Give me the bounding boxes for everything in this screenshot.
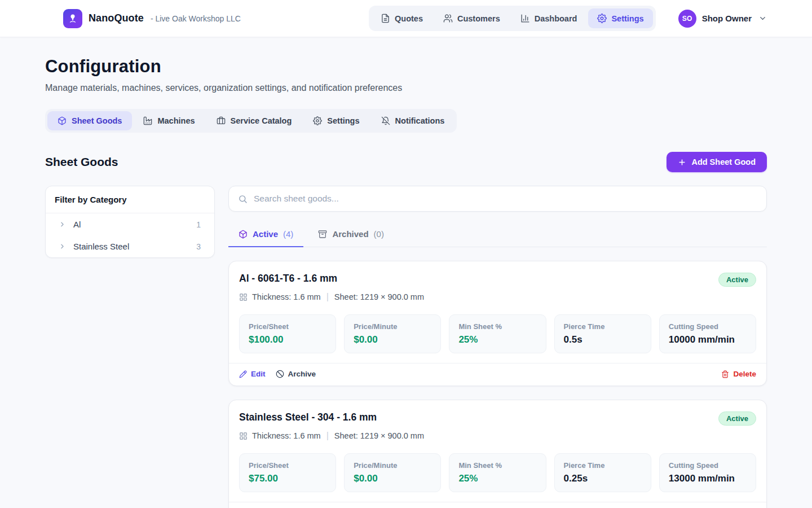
- sheet-size-value: Sheet: 1219 × 900.0 mm: [334, 431, 424, 440]
- briefcase-icon: [217, 116, 226, 125]
- tab-sheet-goods[interactable]: Sheet Goods: [47, 111, 132, 130]
- search-bar: [228, 186, 767, 212]
- filter-item-count: 3: [196, 242, 201, 251]
- tab-archived[interactable]: Archived (0): [308, 224, 394, 247]
- sheet-good-card: Stainless Steel - 304 - 1.6 mm Active Th…: [228, 400, 767, 508]
- package-icon: [58, 116, 67, 125]
- stat-cutting-speed: Cutting Speed 13000 mm/min: [659, 453, 756, 492]
- stats-row: Price/Sheet $100.00 Price/Minute $0.00 M…: [239, 314, 756, 353]
- tab-label: Notifications: [395, 116, 445, 125]
- factory-icon: [143, 116, 152, 125]
- status-badge: Active: [718, 273, 756, 287]
- archive-button[interactable]: Archive: [276, 370, 316, 378]
- filter-title: Filter by Category: [46, 186, 214, 213]
- sheet-good-meta: Thickness: 1.6 mm | Sheet: 1219 × 900.0 …: [239, 431, 756, 441]
- avatar: SO: [678, 10, 696, 28]
- filter-item-label: Stainless Steel: [73, 242, 196, 251]
- user-menu[interactable]: SO Shop Owner: [678, 10, 767, 28]
- card-actions: Edit Archive Delete: [229, 363, 766, 386]
- tab-label: Service Catalog: [231, 116, 292, 125]
- gear-icon: [597, 14, 607, 23]
- thickness-value: Thickness: 1.6 mm: [252, 431, 321, 440]
- section-title: Sheet Goods: [45, 155, 118, 169]
- configuration-page: Configuration Manage materials, machines…: [0, 37, 812, 508]
- tab-label: Machines: [157, 116, 195, 125]
- sheet-good-title: Stainless Steel - 304 - 1.6 mm: [239, 411, 377, 423]
- status-badge: Active: [718, 411, 756, 426]
- users-icon: [443, 14, 453, 23]
- divider: |: [325, 292, 330, 302]
- nav-label: Customers: [457, 14, 500, 23]
- stat-min-sheet: Min Sheet % 25%: [449, 314, 546, 353]
- stat-price-minute: Price/Minute $0.00: [344, 453, 441, 492]
- nav-item-customers[interactable]: Customers: [434, 8, 509, 28]
- grid-icon: [239, 293, 248, 301]
- plus-icon: [678, 158, 686, 167]
- edit-button[interactable]: Edit: [239, 370, 266, 378]
- tab-machines[interactable]: Machines: [133, 111, 205, 130]
- search-input[interactable]: [254, 194, 757, 204]
- pencil-icon: [239, 370, 247, 378]
- filter-panel: Filter by Category Al 1 Stainless Steel …: [45, 186, 215, 258]
- search-icon: [238, 194, 248, 204]
- filter-item-label: Al: [73, 220, 196, 229]
- sheet-good-meta: Thickness: 1.6 mm | Sheet: 1219 × 900.0 …: [239, 292, 756, 302]
- stat-price-minute: Price/Minute $0.00: [344, 314, 441, 353]
- nav-item-dashboard[interactable]: Dashboard: [511, 8, 586, 28]
- sheet-good-card: Al - 6061-T6 - 1.6 mm Active Thickness: …: [228, 261, 767, 386]
- archive-icon: [318, 230, 327, 239]
- gear-icon: [313, 116, 322, 125]
- config-tab-bar: Sheet Goods Machines Service Catalog Set…: [45, 109, 457, 133]
- user-name: Shop Owner: [702, 14, 752, 23]
- delete-button[interactable]: Delete: [721, 370, 756, 378]
- tab-notifications[interactable]: Notifications: [371, 111, 455, 130]
- top-bar: NanoQuote - Live Oak Workshop LLC Quotes…: [0, 0, 812, 37]
- nanoquote-logo-icon: [63, 9, 82, 28]
- add-sheet-good-button[interactable]: Add Sheet Good: [667, 152, 767, 172]
- tab-label: Settings: [327, 116, 359, 125]
- tab-count: (4): [283, 229, 293, 239]
- divider: |: [325, 431, 330, 441]
- thickness-value: Thickness: 1.6 mm: [252, 292, 321, 301]
- document-icon: [381, 14, 390, 23]
- tab-active[interactable]: Active (4): [228, 224, 303, 247]
- brand: NanoQuote - Live Oak Workshop LLC: [63, 9, 369, 28]
- page-title: Configuration: [45, 56, 767, 77]
- stats-row: Price/Sheet $75.00 Price/Minute $0.00 Mi…: [239, 453, 756, 492]
- stat-min-sheet: Min Sheet % 25%: [449, 453, 546, 492]
- tab-count: (0): [374, 229, 384, 239]
- tab-settings[interactable]: Settings: [303, 111, 369, 130]
- filter-item-al[interactable]: Al 1: [46, 213, 214, 235]
- tab-label: Sheet Goods: [72, 116, 122, 125]
- bell-off-icon: [381, 116, 390, 125]
- sheet-goods-list: Active (4) Archived (0) Al - 6061-T6 - 1…: [228, 186, 767, 508]
- nav-item-settings[interactable]: Settings: [588, 8, 652, 28]
- tab-label: Archived: [332, 229, 368, 239]
- sheet-size-value: Sheet: 1219 × 900.0 mm: [334, 292, 424, 301]
- app-title: NanoQuote: [89, 12, 144, 24]
- status-tab-bar: Active (4) Archived (0): [228, 224, 767, 247]
- ban-icon: [276, 370, 284, 378]
- filter-item-count: 1: [196, 220, 201, 229]
- org-name: - Live Oak Workshop LLC: [151, 14, 241, 23]
- tab-label: Active: [253, 229, 278, 239]
- stat-price-sheet: Price/Sheet $75.00: [239, 453, 336, 492]
- section-header: Sheet Goods Add Sheet Good: [45, 152, 767, 172]
- tab-service-catalog[interactable]: Service Catalog: [206, 111, 302, 130]
- add-button-label: Add Sheet Good: [691, 157, 756, 167]
- main-nav: Quotes Customers Dashboard Settings: [369, 6, 656, 31]
- stat-price-sheet: Price/Sheet $100.00: [239, 314, 336, 353]
- sheet-good-title: Al - 6061-T6 - 1.6 mm: [239, 273, 337, 284]
- stat-cutting-speed: Cutting Speed 10000 mm/min: [659, 314, 756, 353]
- chevron-down-icon: [758, 14, 767, 23]
- nav-label: Dashboard: [535, 14, 577, 23]
- package-icon: [239, 230, 248, 239]
- chevron-right-icon[interactable]: [59, 243, 66, 250]
- chevron-right-icon[interactable]: [59, 221, 66, 228]
- grid-icon: [239, 432, 248, 440]
- nav-label: Quotes: [395, 14, 423, 23]
- filter-item-stainless-steel[interactable]: Stainless Steel 3: [46, 235, 214, 257]
- bar-chart-icon: [520, 14, 530, 23]
- nav-item-quotes[interactable]: Quotes: [372, 8, 432, 28]
- nav-label: Settings: [611, 14, 643, 23]
